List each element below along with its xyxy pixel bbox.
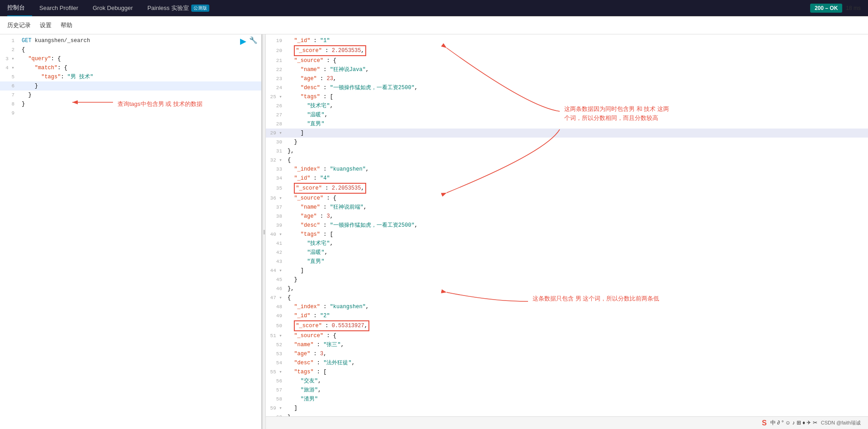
toolbar-text: 中 ∂ ° ☺ ♪ ⊞ ♦ ✈ ✂ <box>770 419 817 427</box>
right-line-43: 43 "直男" <box>266 257 868 266</box>
top-navigation: 控制台 Search Profiler Grok Debugger Painle… <box>0 0 868 16</box>
right-line-24: 24 "desc" : "一顿操作猛如虎，一看工资2500", <box>266 83 868 92</box>
editor-line-1: 1 GET kuangshen/_search <box>0 36 261 45</box>
right-line-20: 20 "_score" : 2.2053535, <box>266 45 868 56</box>
wrench-button[interactable]: 🔧 <box>249 36 258 46</box>
editor-line-9: 9 <box>0 109 261 118</box>
subnav-history[interactable]: 历史记录 <box>7 21 31 29</box>
right-line-58: 58 "渣男" <box>266 395 868 404</box>
right-line-54: 54 "desc" : "法外狂徒", <box>266 358 868 367</box>
status-bar: 200 – OK 18 ms <box>810 4 861 13</box>
right-line-22: 22 "name" : "狂神说Java", <box>266 65 868 74</box>
right-code-editor[interactable]: 19 "_id" : "1" 20 "_score" : 2.2053535, … <box>266 34 868 429</box>
right-line-48: 48 "_index" : "kuangshen", <box>266 302 868 311</box>
right-line-36: 36 ▾ "_source" : { <box>266 194 868 203</box>
right-line-21: 21 "_source" : { <box>266 56 868 65</box>
editor-line-2: 2 { <box>0 45 261 54</box>
editor-line-7: 7 } <box>0 91 261 100</box>
status-time: 18 ms <box>846 5 861 11</box>
editor-line-3: 3 ▾ "query": { <box>0 54 261 63</box>
right-line-46: 46 }, <box>266 284 868 293</box>
right-line-26: 26 "技术宅", <box>266 101 868 110</box>
nav-item-console[interactable]: 控制台 <box>7 0 32 16</box>
panel-divider[interactable]: ‖ <box>262 34 266 429</box>
right-line-42: 42 "温暖", <box>266 248 868 257</box>
editor-line-4: 4 ▾ "match": { <box>0 63 261 72</box>
right-line-34: 34 "_id" : "4" <box>266 174 868 183</box>
nav-item-painless[interactable]: Painless 实验室 公测版 <box>140 0 217 16</box>
right-line-38: 38 "age" : 3, <box>266 212 868 221</box>
right-line-28: 28 "直男" <box>266 119 868 129</box>
csdn-logo: S <box>762 419 767 427</box>
right-editor-panel: 19 "_id" : "1" 20 "_score" : 2.2053535, … <box>266 34 868 429</box>
beta-badge: 公测版 <box>191 5 209 12</box>
right-line-30: 30 } <box>266 138 868 147</box>
right-line-39: 39 "desc" : "一顿操作猛如虎，一看工资2500", <box>266 221 868 230</box>
right-line-56: 56 "交友", <box>266 377 868 386</box>
right-line-49: 49 "_id" : "2" <box>266 311 868 320</box>
right-line-51: 51 ▾ "_source" : { <box>266 331 868 340</box>
status-ok-badge: 200 – OK <box>810 4 842 13</box>
subnav-settings[interactable]: 设置 <box>40 21 52 29</box>
run-button[interactable]: ▶ <box>240 36 246 46</box>
right-line-35: 35 "_score" : 2.2053535, <box>266 183 868 194</box>
right-line-53: 53 "age" : 3, <box>266 349 868 358</box>
right-line-19: 19 "_id" : "1" <box>266 36 868 45</box>
right-line-50: 50 "_score" : 0.55313927, <box>266 320 868 331</box>
run-button-area: ▶ 🔧 <box>240 36 258 46</box>
sub-navigation: 历史记录 设置 帮助 <box>0 16 868 34</box>
right-line-37: 37 "name" : "狂神说前端", <box>266 203 868 212</box>
right-line-41: 41 "技术宅", <box>266 239 868 248</box>
editor-line-5: 5 "tags": "男 技术" <box>0 72 261 81</box>
subnav-help[interactable]: 帮助 <box>61 21 72 29</box>
right-line-33: 33 "_index" : "kuangshen", <box>266 165 868 174</box>
bottom-bar: S 中 ∂ ° ☺ ♪ ⊞ ♦ ✈ ✂ CSDN @faith瑞诚 <box>266 416 868 429</box>
right-line-52: 52 "name" : "张三", <box>266 340 868 349</box>
csdn-attribution: CSDN @faith瑞诚 <box>821 419 861 426</box>
right-line-27: 27 "温暖", <box>266 110 868 119</box>
right-line-44: 44 ▾ ] <box>266 266 868 275</box>
right-line-55: 55 ▾ "tags" : [ <box>266 367 868 377</box>
right-line-31: 31 }, <box>266 147 868 156</box>
right-line-47: 47 ▾ { <box>266 293 868 302</box>
right-line-29: 29 ▾ ] <box>266 129 868 138</box>
left-code-editor[interactable]: 1 GET kuangshen/_search 2 { 3 ▾ "query":… <box>0 34 261 429</box>
right-line-23: 23 "age" : 23, <box>266 74 868 83</box>
editor-line-6: 6 } <box>0 81 261 91</box>
editor-line-8: 8 } <box>0 100 261 109</box>
main-container: ▶ 🔧 1 GET kuangshen/_search 2 { 3 ▾ "que… <box>0 34 868 429</box>
right-line-45: 45 } <box>266 275 868 284</box>
nav-item-search-profiler[interactable]: Search Profiler <box>32 0 85 16</box>
right-line-25: 25 ▾ "tags" : [ <box>266 92 868 101</box>
nav-item-grok-debugger[interactable]: Grok Debugger <box>85 0 140 16</box>
left-editor-panel: ▶ 🔧 1 GET kuangshen/_search 2 { 3 ▾ "que… <box>0 34 262 429</box>
right-line-40: 40 ▾ "tags" : [ <box>266 230 868 239</box>
right-line-57: 57 "旅游", <box>266 386 868 395</box>
right-line-59: 59 ▾ ] <box>266 404 868 413</box>
right-line-32: 32 ▾ { <box>266 156 868 165</box>
